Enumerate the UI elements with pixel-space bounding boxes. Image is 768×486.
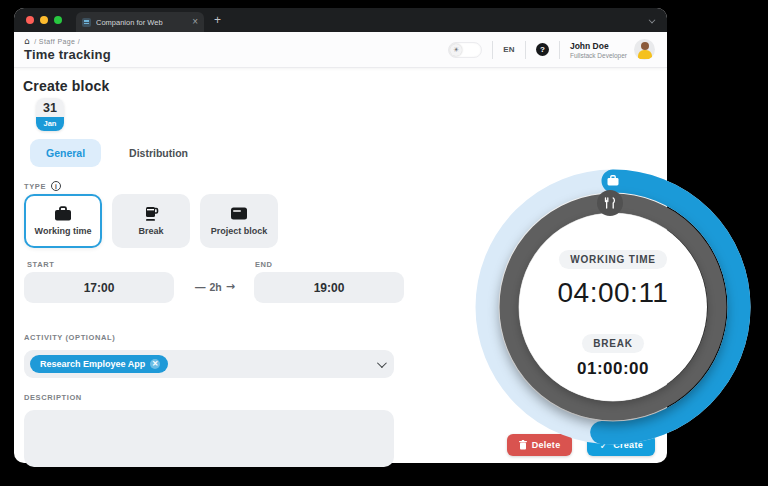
user-role: Fullstack Developer (570, 52, 627, 59)
form-tabs: General Distribution (30, 139, 204, 167)
panel-title: Create block (23, 78, 109, 94)
break-label: BREAK (582, 334, 644, 353)
working-time-value: 04:00:11 (463, 277, 763, 309)
maximize-window-button[interactable] (54, 16, 62, 24)
break-time-value: 01:00:00 (463, 359, 763, 379)
home-icon[interactable]: ⌂ (24, 37, 30, 46)
type-option-working-time[interactable]: Working time (24, 194, 102, 248)
info-icon[interactable]: i (51, 181, 61, 191)
window-controls (26, 16, 62, 24)
type-label: TYPE (24, 182, 46, 191)
start-label: START (27, 260, 54, 269)
meal-break-badge (597, 190, 623, 216)
tab-title: Companion for Web (96, 18, 187, 27)
end-label: END (255, 260, 273, 269)
arrow-right-icon: → (226, 280, 235, 293)
theme-toggle[interactable]: ☀ (448, 42, 482, 58)
tab-general[interactable]: General (30, 139, 101, 167)
type-option-label: Working time (35, 226, 92, 236)
activity-chip-label: Research Employee App (40, 359, 145, 369)
tab-distribution[interactable]: Distribution (113, 139, 204, 167)
duration-value: 2h (210, 281, 222, 293)
briefcase-icon (54, 206, 72, 221)
user-name: John Doe (570, 41, 627, 51)
description-textarea[interactable] (24, 410, 394, 467)
date-badge[interactable]: 31 Jan (36, 98, 64, 131)
close-window-button[interactable] (26, 16, 34, 24)
type-option-label: Break (138, 226, 163, 236)
coffee-cup-icon (142, 206, 160, 221)
activity-select[interactable]: Research Employee App ✕ (24, 350, 394, 378)
start-time-input[interactable]: 17:00 (24, 272, 174, 303)
dash-icon: — (195, 281, 206, 293)
type-option-label: Project block (211, 226, 268, 236)
favicon-icon (82, 18, 91, 27)
date-month: Jan (36, 117, 64, 131)
type-option-project-block[interactable]: Project block (200, 194, 278, 248)
new-tab-button[interactable]: + (214, 14, 221, 26)
sun-icon: ☀ (450, 44, 462, 56)
wallet-icon (230, 206, 248, 221)
description-label: DESCRIPTION (24, 393, 82, 402)
help-button[interactable]: ? (536, 43, 549, 56)
avatar[interactable] (634, 39, 655, 60)
working-time-label: WORKING TIME (559, 250, 667, 269)
breadcrumb[interactable]: ⌂ / Staff Page / (24, 37, 111, 46)
chevron-down-icon[interactable] (377, 358, 387, 368)
app-header: ⌂ / Staff Page / Time tracking ☀ EN ? Jo… (14, 32, 667, 68)
activity-label: ACTIVITY (OPTIONAL) (24, 333, 115, 342)
type-options: Working time Break Project block (24, 194, 278, 248)
user-menu[interactable]: John Doe Fullstack Developer (570, 39, 655, 60)
browser-tab-bar: Companion for Web × + (14, 8, 667, 32)
duration-indicator: — 2h → (184, 280, 246, 293)
activity-chip: Research Employee App ✕ (30, 355, 168, 373)
tab-list-chevron-icon[interactable] (649, 17, 656, 24)
minimize-window-button[interactable] (40, 16, 48, 24)
time-tracking-dial: WORKING TIME 04:00:11 BREAK 01:00:00 (463, 157, 763, 457)
type-option-break[interactable]: Break (112, 194, 190, 248)
create-block-panel: Create block 31 Jan General Distribution… (14, 68, 667, 462)
browser-tab[interactable]: Companion for Web × (76, 12, 204, 32)
remove-activity-icon[interactable]: ✕ (150, 359, 160, 369)
close-tab-icon[interactable]: × (192, 17, 198, 27)
language-selector[interactable]: EN (503, 45, 515, 54)
page-title: Time tracking (24, 47, 111, 62)
breadcrumb-path: / Staff Page / (34, 38, 80, 45)
date-day: 31 (36, 98, 64, 117)
browser-window: Companion for Web × + ⌂ / Staff Page / T… (14, 8, 667, 463)
end-time-input[interactable]: 19:00 (254, 272, 404, 303)
